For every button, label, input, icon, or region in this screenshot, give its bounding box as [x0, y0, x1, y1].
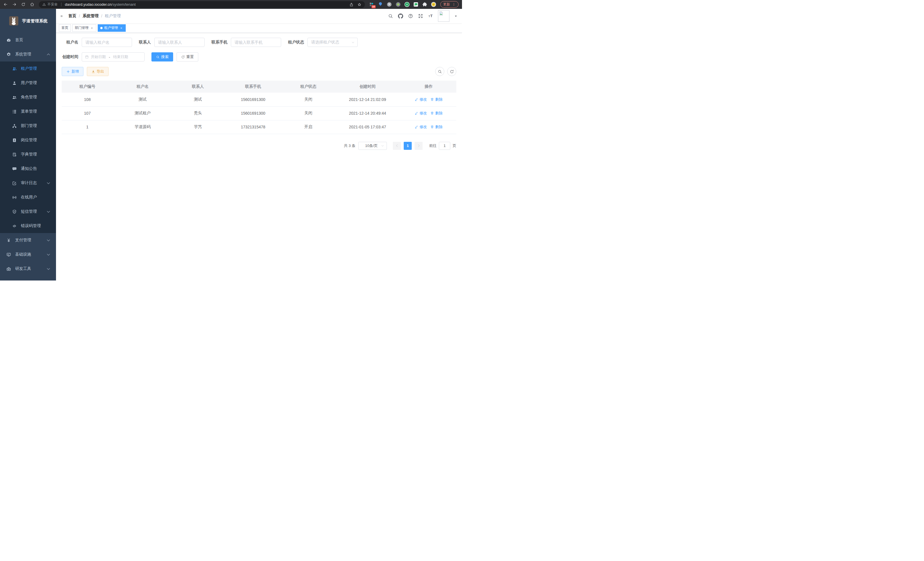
star-button[interactable] — [357, 3, 362, 7]
browser-nav-buttons — [3, 2, 34, 7]
sidebar-item-dept[interactable]: 部门管理 — [0, 119, 56, 133]
font-size-button[interactable]: TT — [428, 14, 433, 19]
next-page-button[interactable] — [415, 142, 423, 150]
edit-button[interactable]: 修改 — [415, 124, 427, 129]
refresh-toggle-button[interactable] — [447, 67, 456, 76]
delete-button[interactable]: 删除 — [430, 124, 442, 129]
delete-label: 删除 — [435, 124, 442, 129]
user-avatar[interactable] — [438, 10, 449, 22]
date-range-separator: - — [108, 55, 111, 59]
tenant-status-select[interactable]: 请选择租户状态 — [308, 38, 358, 47]
tab-tenant[interactable]: 租户管理× — [98, 24, 126, 32]
add-button[interactable]: 新增 — [62, 67, 83, 76]
search-button[interactable]: 搜索 — [152, 52, 173, 62]
edit-button[interactable]: 修改 — [415, 97, 427, 102]
sidebar-item-sms[interactable]: 短信管理 — [0, 205, 56, 219]
contact-mobile-input[interactable] — [231, 38, 281, 47]
back-button[interactable] — [3, 2, 8, 7]
sidebar-item-label: 系统管理 — [15, 52, 31, 57]
contact-name-input[interactable] — [154, 38, 205, 47]
sidebar-item-audit-log[interactable]: 审计日志 — [0, 176, 56, 190]
prev-page-button[interactable] — [393, 142, 401, 150]
sidebar-item-dict[interactable]: 字典管理 — [0, 147, 56, 162]
profile-emoji-avatar-button[interactable] — [431, 2, 436, 7]
sidebar-item-notice[interactable]: 通知公告 — [0, 162, 56, 176]
delete-icon — [430, 98, 434, 101]
help-button[interactable] — [408, 14, 413, 19]
tab-dept[interactable]: 部门管理× — [72, 24, 96, 32]
sidebar-item-home[interactable]: 首页 — [0, 33, 56, 47]
y-circle-extension-button[interactable]: Y — [404, 2, 410, 7]
breadcrumb-item[interactable]: 首页 — [68, 14, 76, 19]
sidebar-item-role[interactable]: 角色管理 — [0, 90, 56, 104]
delete-button[interactable]: 删除 — [430, 97, 442, 102]
home-button[interactable] — [30, 2, 34, 7]
create-time-range-picker[interactable]: 开始日期 - 结束日期 — [82, 52, 145, 62]
sidebar-item-error-code[interactable]: 错误码管理 — [0, 219, 56, 233]
sidebar-item-online-user[interactable]: 在线用户 — [0, 190, 56, 205]
delete-button[interactable]: 删除 — [430, 111, 442, 116]
address-bar[interactable]: 不安全 dashboard.yudao.iocoder.cn/system/te… — [39, 1, 365, 8]
column-header: 租户名 — [113, 81, 172, 93]
balloon-extension-button[interactable] — [378, 2, 383, 7]
sidebar-item-menu[interactable]: 菜单管理 — [0, 104, 56, 119]
tab-close-icon[interactable]: × — [90, 26, 94, 30]
edit-label: 修改 — [419, 97, 427, 102]
app-logo-row[interactable]: 芋道管理系统 — [0, 9, 56, 33]
search-button[interactable] — [388, 14, 393, 19]
command-extension-button[interactable]: ⌘ — [387, 2, 392, 7]
notice-chat-icon — [12, 166, 17, 171]
goto-label: 前往 — [429, 143, 436, 148]
fullscreen-icon — [418, 14, 423, 19]
search-icon — [156, 55, 160, 59]
record-extension-button[interactable] — [395, 2, 401, 7]
sidebar-item-user[interactable]: 用户管理 — [0, 76, 56, 90]
sidebar-item-tenant[interactable]: 租户管理 — [0, 62, 56, 76]
puzzle-extensions-button[interactable] — [422, 2, 428, 7]
breadcrumb: 首页/系统管理/租户管理 — [68, 14, 121, 19]
tab-close-icon[interactable]: × — [119, 26, 123, 30]
breadcrumb-item[interactable]: 系统管理 — [82, 14, 99, 19]
site-security-chip[interactable]: 不安全 — [42, 2, 58, 7]
sidebar-item-label: 审计日志 — [21, 180, 37, 186]
cell-actions: 修改删除 — [401, 120, 456, 134]
infra-monitor-icon — [6, 252, 11, 257]
sidebar-item-label: 菜单管理 — [21, 109, 37, 114]
reload-button[interactable] — [21, 2, 26, 7]
table-settings-buttons — [435, 67, 456, 76]
sidebar-submenu-system: 租户管理用户管理角色管理菜单管理部门管理岗位管理字典管理通知公告审计日志在线用户… — [0, 62, 56, 233]
kebab-menu-icon[interactable] — [452, 3, 456, 6]
address-bar-actions — [350, 3, 362, 7]
sidebar-item-pay[interactable]: 支付管理 — [0, 233, 56, 247]
page-1-button[interactable]: 1 — [404, 142, 412, 150]
goto-page-input[interactable] — [439, 142, 450, 150]
hamburger-icon[interactable] — [59, 14, 64, 19]
share-button[interactable] — [350, 3, 353, 7]
sidebar-item-infra[interactable]: 基础设施 — [0, 247, 56, 262]
sidebar-item-system[interactable]: 系统管理 — [0, 47, 56, 62]
chevron-up-icon — [46, 52, 51, 57]
extension-badge: 10 — [371, 5, 376, 8]
forward-icon — [12, 2, 16, 7]
sidebar-item-post[interactable]: 岗位管理 — [0, 133, 56, 147]
page-size-select[interactable]: 10条/页 — [358, 142, 387, 150]
edit-button[interactable]: 修改 — [415, 111, 427, 116]
tab-home[interactable]: 首页 — [59, 24, 71, 32]
search-toggle-button[interactable] — [435, 67, 444, 76]
fullscreen-button[interactable] — [418, 14, 423, 19]
reset-button[interactable]: 重置 — [177, 52, 198, 62]
refresh-icon — [450, 69, 454, 74]
browser-update-button[interactable]: 更新 — [440, 1, 459, 8]
org-tree-icon — [12, 123, 17, 128]
forward-button[interactable] — [12, 2, 16, 7]
github-button[interactable] — [398, 14, 403, 19]
export-button[interactable]: 导出 — [87, 67, 109, 76]
tenant-name-input[interactable] — [82, 38, 132, 47]
column-header: 租户编号 — [62, 81, 113, 93]
sidebar-item-dev-tools[interactable]: 研发工具 — [0, 262, 56, 276]
grid-extension-button[interactable]: 10 — [369, 2, 374, 7]
avatar-dropdown-caret[interactable] — [454, 15, 458, 18]
chat-extension-button[interactable] — [413, 2, 418, 7]
chevron-down-icon — [46, 181, 51, 186]
post-badge-icon — [12, 138, 17, 143]
